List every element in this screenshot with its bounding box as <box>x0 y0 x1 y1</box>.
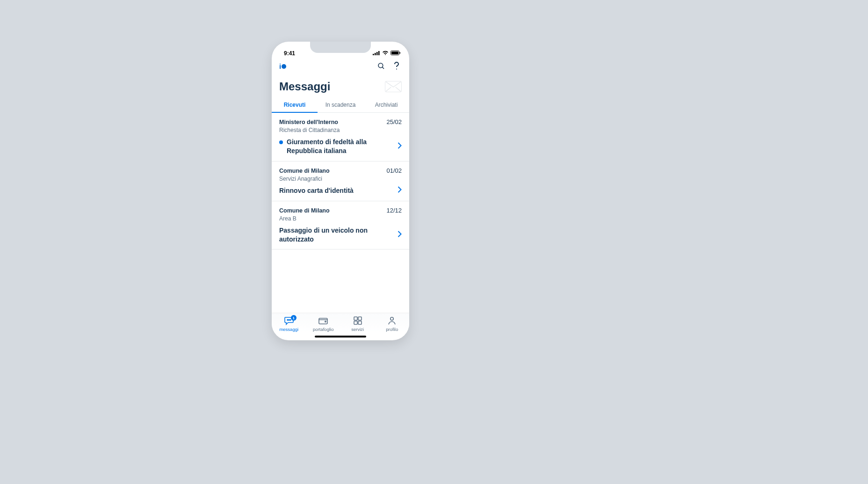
message-sender: Comune di Milano <box>279 207 330 214</box>
svg-rect-6 <box>400 52 401 54</box>
svg-rect-3 <box>378 51 380 55</box>
page-header: Messaggi <box>272 73 409 98</box>
mail-icon <box>385 81 402 92</box>
svg-rect-16 <box>358 317 362 320</box>
message-service: Servizi Anagrafici <box>279 176 402 182</box>
tabbar-label: servizi <box>351 327 364 332</box>
message-list: Ministero dell'Interno 25/02 Richesta di… <box>272 113 409 313</box>
svg-point-7 <box>378 63 383 68</box>
device-notch <box>310 42 371 53</box>
tabbar-servizi[interactable]: servizi <box>340 316 375 332</box>
svg-rect-18 <box>358 321 362 324</box>
message-sender: Comune di Milano <box>279 168 330 174</box>
nav-bar: i <box>272 58 409 73</box>
message-title: Passaggio di un veicolo non autorizzato <box>279 226 394 244</box>
message-item[interactable]: Comune di Milano 12/12 Area B Passaggio … <box>272 201 409 250</box>
tabbar-label: portafoglio <box>313 327 333 332</box>
tab-ricevuti[interactable]: Ricevuti <box>272 98 318 112</box>
svg-point-14 <box>325 321 326 323</box>
help-icon[interactable] <box>392 61 402 71</box>
tabbar-messaggi[interactable]: 1 messaggi <box>272 316 306 332</box>
home-indicator <box>315 336 366 337</box>
message-item[interactable]: Comune di Milano 01/02 Servizi Anagrafic… <box>272 161 409 201</box>
message-date: 25/02 <box>386 118 402 125</box>
message-date: 12/12 <box>386 207 402 214</box>
bottom-tabbar: 1 messaggi portafoglio servizi profilo <box>272 313 409 333</box>
logo-dot-icon <box>282 64 286 69</box>
wifi-icon <box>382 50 389 57</box>
message-tabs: Ricevuti In scadenza Archiviati <box>272 98 409 113</box>
svg-point-12 <box>290 320 291 321</box>
message-title: Giuramento di fedeltà alla Repubblica it… <box>287 138 394 155</box>
badge-count: 1 <box>291 315 297 321</box>
tabbar-label: profilo <box>386 327 398 332</box>
cellular-icon <box>373 50 380 57</box>
tab-in-scadenza[interactable]: In scadenza <box>318 98 363 112</box>
message-item[interactable]: Ministero dell'Interno 25/02 Richesta di… <box>272 113 409 161</box>
app-logo: i <box>279 62 286 70</box>
svg-rect-0 <box>373 54 374 55</box>
svg-rect-15 <box>354 317 357 320</box>
tabbar-portafoglio[interactable]: portafoglio <box>306 316 341 332</box>
svg-point-10 <box>287 320 288 321</box>
message-title: Rinnovo carta d'identità <box>279 186 354 195</box>
battery-icon <box>391 50 401 57</box>
logo-text: i <box>279 62 281 70</box>
status-indicators <box>373 50 401 57</box>
svg-rect-5 <box>391 51 398 54</box>
tab-archiviati[interactable]: Archiviati <box>363 98 409 112</box>
message-service: Richesta di Cittadinanza <box>279 127 402 133</box>
profile-icon <box>387 316 397 325</box>
tabbar-label: messaggi <box>279 327 298 332</box>
svg-point-11 <box>289 320 289 321</box>
phone-frame: 9:41 i Messaggi <box>272 42 409 340</box>
tabbar-profilo[interactable]: profilo <box>375 316 410 332</box>
message-sender: Ministero dell'Interno <box>279 119 338 125</box>
chevron-right-icon <box>398 142 402 151</box>
message-service: Area B <box>279 215 402 222</box>
services-icon <box>353 316 363 325</box>
unread-dot-icon <box>279 140 283 144</box>
message-date: 01/02 <box>386 167 402 174</box>
status-time: 9:41 <box>284 50 295 57</box>
svg-rect-1 <box>375 53 376 55</box>
search-icon[interactable] <box>376 61 386 71</box>
wallet-icon <box>318 316 328 325</box>
svg-rect-2 <box>376 52 378 55</box>
svg-rect-17 <box>354 321 357 324</box>
page-title: Messaggi <box>279 80 330 93</box>
svg-point-19 <box>391 317 393 320</box>
svg-line-8 <box>382 67 384 69</box>
chevron-right-icon <box>398 186 402 195</box>
svg-point-9 <box>396 69 397 70</box>
chevron-right-icon <box>398 231 402 239</box>
